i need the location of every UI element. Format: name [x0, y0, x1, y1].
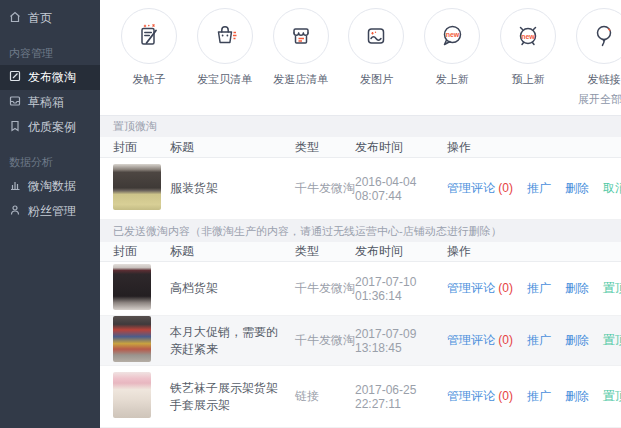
image-button[interactable] — [348, 8, 404, 64]
table-row: 铁艺袜子展示架货架手套展示架 链接 2017-06-25 22:27:11 管理… — [100, 366, 621, 428]
quick-action-item-list: 发宝贝清单 — [194, 8, 256, 87]
sidebar-item-best-cases[interactable]: 优质案例 — [0, 115, 100, 140]
case-icon — [9, 120, 21, 135]
fans-icon — [9, 204, 21, 219]
item-list-icon — [209, 20, 241, 52]
quick-action-label: 发宝贝清单 — [197, 72, 252, 87]
col-title: 标题 — [170, 139, 295, 156]
sidebar: 首页 内容管理 发布微淘 草稿箱 优质案例 数据分析 微淘数据 — [0, 0, 100, 428]
quick-action-label: 发逛店清单 — [273, 72, 328, 87]
post-button[interactable] — [121, 8, 177, 64]
sidebar-item-label: 微淘数据 — [28, 178, 76, 195]
sidebar-item-label: 优质案例 — [28, 119, 76, 136]
col-title: 标题 — [170, 243, 295, 260]
draft-icon — [9, 95, 21, 110]
shop-list-icon — [285, 20, 317, 52]
cover-thumbnail[interactable] — [113, 372, 151, 418]
item-list-button[interactable] — [197, 8, 253, 64]
new-badge: new — [521, 33, 535, 40]
unpin-link[interactable]: 取消置顶 — [603, 180, 621, 197]
quick-action-label: 发上新 — [436, 72, 469, 87]
image-icon — [360, 20, 392, 52]
delete-link[interactable]: 删除 — [565, 180, 589, 197]
pin-link[interactable]: 置顶 — [603, 388, 621, 405]
expand-all-link[interactable]: 展开全部 — [578, 92, 621, 107]
table-header: 封面 标题 类型 发布时间 操作 — [100, 242, 621, 262]
sidebar-item-weitao-data[interactable]: 微淘数据 — [0, 174, 100, 199]
sidebar-item-label: 发布微淘 — [28, 69, 76, 86]
row-time: 2016-04-04 08:07:44 — [355, 175, 447, 203]
quick-action-label: 发帖子 — [133, 72, 166, 87]
cover-thumbnail[interactable] — [113, 264, 151, 310]
pinned-table: 封面 标题 类型 发布时间 操作 服装货架 千牛发微淘 2016-04-04 0… — [100, 137, 621, 220]
col-type: 类型 — [295, 139, 355, 156]
col-time: 发布时间 — [355, 139, 447, 156]
manage-comments-link[interactable]: 管理评论 (0) — [447, 180, 513, 197]
manage-comments-link[interactable]: 管理评论 (0) — [447, 332, 513, 349]
link-button[interactable] — [576, 8, 621, 64]
new-arrival-button[interactable]: new — [424, 8, 480, 64]
cover-thumbnail[interactable] — [113, 316, 151, 362]
pin-link[interactable]: 置顶 — [603, 280, 621, 297]
row-actions: 管理评论 (0) 推广 删除 置顶 — [447, 280, 621, 297]
row-actions: 管理评论 (0) 推广 删除 取消置顶 — [447, 180, 621, 197]
promote-link[interactable]: 推广 — [527, 388, 551, 405]
shop-list-button[interactable] — [273, 8, 329, 64]
sidebar-item-label: 首页 — [28, 10, 52, 27]
row-actions: 管理评论 (0) 推广 删除 置顶 — [447, 388, 621, 405]
row-time: 2017-06-25 22:27:11 — [355, 383, 447, 411]
expand-all-label: 展开全部 — [578, 92, 621, 107]
pin-link[interactable]: 置顶 — [603, 332, 621, 349]
quick-actions-row: 发帖子 发宝贝清单 — [100, 0, 621, 87]
row-title: 铁艺袜子展示架货架手套展示架 — [170, 380, 295, 414]
sidebar-item-drafts[interactable]: 草稿箱 — [0, 90, 100, 115]
quick-action-pre-new: new 预上新 — [497, 8, 559, 87]
cover-thumbnail[interactable] — [113, 164, 161, 210]
sidebar-item-fans[interactable]: 粉丝管理 — [0, 199, 100, 224]
quick-action-new-arrival: new 发上新 — [421, 8, 483, 87]
promote-link[interactable]: 推广 — [527, 180, 551, 197]
sent-table: 封面 标题 类型 发布时间 操作 高档货架 千牛发微淘 2017-07-10 0… — [100, 242, 621, 428]
col-actions: 操作 — [447, 243, 621, 260]
promote-link[interactable]: 推广 — [527, 332, 551, 349]
delete-link[interactable]: 删除 — [565, 280, 589, 297]
main-content: 发帖子 发宝贝清单 — [100, 0, 621, 428]
post-icon — [133, 20, 165, 52]
delete-link[interactable]: 删除 — [565, 388, 589, 405]
comment-count: (0) — [498, 333, 513, 347]
quick-action-label: 发图片 — [360, 72, 393, 87]
col-time: 发布时间 — [355, 243, 447, 260]
table-row: 本月大促销，需要的亲赶紧来 千牛发微淘 2017-07-09 13:18:45 … — [100, 316, 621, 366]
manage-comments-link[interactable]: 管理评论 (0) — [447, 280, 513, 297]
table-row: 服装货架 千牛发微淘 2016-04-04 08:07:44 管理评论 (0) … — [100, 158, 621, 220]
comment-count: (0) — [498, 181, 513, 195]
sidebar-item-home[interactable]: 首页 — [0, 6, 100, 31]
row-time: 2017-07-10 01:36:14 — [355, 275, 447, 303]
row-title: 服装货架 — [170, 180, 295, 197]
link-icon — [588, 20, 620, 52]
delete-link[interactable]: 删除 — [565, 332, 589, 349]
new-arrival-icon: new — [436, 20, 468, 52]
quick-action-image: 发图片 — [345, 8, 407, 87]
promote-link[interactable]: 推广 — [527, 280, 551, 297]
sidebar-section-analytics: 数据分析 — [0, 153, 100, 171]
table-row: 高档货架 千牛发微淘 2017-07-10 01:36:14 管理评论 (0) … — [100, 262, 621, 316]
row-title: 高档货架 — [170, 280, 295, 297]
manage-comments-link[interactable]: 管理评论 (0) — [447, 388, 513, 405]
quick-action-link: 发链接 — [573, 8, 621, 87]
chart-icon — [9, 179, 21, 194]
table-header: 封面 标题 类型 发布时间 操作 — [100, 137, 621, 158]
row-time: 2017-07-09 13:18:45 — [355, 327, 447, 355]
row-title: 本月大促销，需要的亲赶紧来 — [170, 324, 295, 358]
col-cover: 封面 — [113, 139, 170, 156]
new-badge: new — [446, 31, 460, 38]
comment-count: (0) — [498, 281, 513, 295]
comment-count: (0) — [498, 389, 513, 403]
col-actions: 操作 — [447, 139, 621, 156]
sidebar-item-label: 草稿箱 — [28, 94, 64, 111]
sidebar-item-publish-weitao[interactable]: 发布微淘 — [0, 65, 100, 90]
sent-section-title: 已发送微淘内容（非微淘生产的内容，请通过无线运营中心-店铺动态进行删除） — [100, 220, 621, 242]
sidebar-section-content: 内容管理 — [0, 44, 100, 62]
pre-new-button[interactable]: new — [500, 8, 556, 64]
app-root: 首页 内容管理 发布微淘 草稿箱 优质案例 数据分析 微淘数据 — [0, 0, 621, 428]
